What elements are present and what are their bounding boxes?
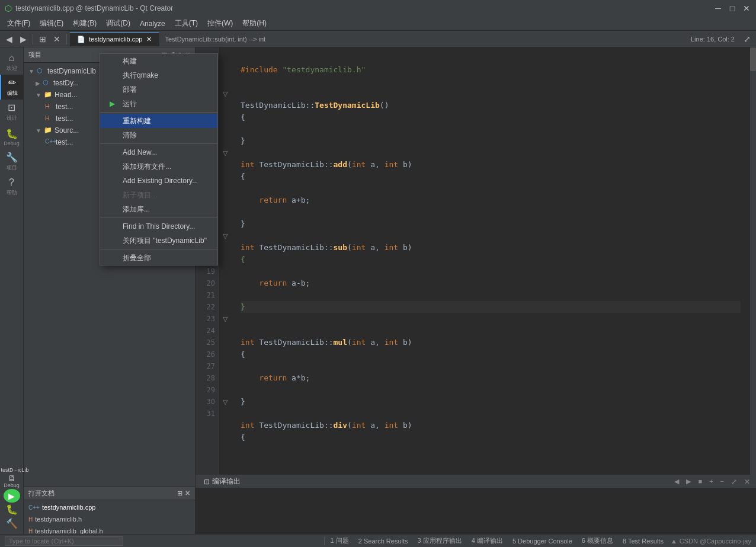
status-debugger-console[interactable]: 5 Debugger Console — [508, 535, 577, 547]
sidebar-item-edit[interactable]: ✏ 编辑 — [0, 75, 24, 100]
menu-build[interactable]: 构建(B) — [68, 17, 101, 30]
ctx-clean[interactable]: 清除 — [100, 128, 217, 142]
status-problems[interactable]: 1 问题 — [326, 535, 354, 547]
status-app-output[interactable]: 3 应用程序输出 — [413, 535, 467, 547]
menu-file[interactable]: 文件(F) — [2, 17, 35, 30]
prev-output-icon[interactable]: ▶ — [684, 478, 693, 486]
ctx-rebuild[interactable]: 重新构建 — [100, 114, 217, 128]
output-tab-build[interactable]: ⊡ 编译输出 — [199, 476, 245, 487]
run-button[interactable]: ▶ — [4, 489, 20, 503]
open-files-list: C++ testdynamiclib.cpp H testdynamiclib.… — [24, 500, 195, 534]
minus-output-icon[interactable]: − — [718, 478, 726, 486]
sidebar-icons: ⌂ 欢迎 ✏ 编辑 ⊡ 设计 🐛 Debug 🔧 项目 ? 帮助 — [0, 47, 24, 534]
tree-label: test... — [56, 103, 73, 111]
close-tab-icon[interactable]: ✕ — [146, 36, 152, 43]
fold-btn[interactable]: ▽ — [219, 230, 231, 242]
code-line-5: { — [241, 113, 245, 121]
ctx-collapse-all[interactable]: 折叠全部 — [100, 251, 217, 265]
minimize-button[interactable]: ─ — [713, 4, 723, 13]
stop-build-icon[interactable]: ■ — [696, 478, 704, 486]
add-output-icon[interactable]: + — [707, 478, 715, 486]
close-button[interactable]: ✕ — [742, 4, 751, 13]
sidebar-item-project[interactable]: 🔧 项目 — [0, 149, 24, 174]
fold-btn[interactable]: ▽ — [219, 88, 231, 100]
ctx-add-existing[interactable]: 添加现有文件... — [100, 159, 217, 174]
line-num: 22 — [199, 301, 215, 313]
output-content — [196, 488, 756, 534]
test-results-arrow[interactable]: ▲ — [668, 538, 680, 545]
sidebar-item-welcome[interactable]: ⌂ 欢迎 — [0, 50, 24, 75]
split-view-icon[interactable]: ⊞ — [177, 490, 182, 497]
line-num: 25 — [199, 337, 215, 348]
editor-tab-cpp[interactable]: 📄 testdynamiclib.cpp ✕ — [70, 32, 159, 46]
cpp-icon: C++ — [28, 504, 40, 511]
open-file-h1[interactable]: H testdynamiclib.h — [24, 513, 195, 525]
expand-arrow: ▶ — [36, 80, 40, 87]
ctx-build[interactable]: 构建 — [100, 54, 217, 68]
ctx-qmake[interactable]: 执行qmake — [100, 68, 217, 82]
hammer-button[interactable]: 🔨 — [4, 517, 20, 530]
fold-btn[interactable]: ▽ — [219, 396, 231, 408]
ctx-deploy[interactable]: 部署 — [100, 82, 217, 97]
expand-editor-button[interactable]: ⤢ — [741, 33, 754, 46]
vertical-scrollbar[interactable] — [750, 47, 756, 475]
code-line-19: return a-b; — [241, 279, 310, 287]
editor-area: 1 2 3 4 5 6 7 8 9 10 11 12 13 14 15 16 1… — [196, 47, 756, 534]
fold-btn[interactable]: ▽ — [219, 147, 231, 159]
output-panel: ⊡ 编译输出 ◀ ▶ ■ + − ⤢ ✕ — [196, 475, 756, 534]
open-file-name: testdynamiclib.h — [35, 516, 82, 523]
menu-tools[interactable]: 工具(T) — [170, 17, 203, 30]
debug-run-button[interactable]: 🐛 — [4, 503, 20, 516]
ctx-add-dir[interactable]: Add Existing Directory... — [100, 174, 217, 188]
ctx-close-project[interactable]: 关闭项目 "testDynamicLib" — [100, 233, 217, 248]
close-output-icon[interactable]: ✕ — [742, 478, 752, 486]
menu-analyze[interactable]: Analyze — [135, 18, 170, 29]
project-label: 项目 — [28, 50, 41, 59]
menu-help[interactable]: 帮助(H) — [238, 17, 271, 30]
sidebar-item-debug[interactable]: 🐛 Debug — [0, 124, 24, 149]
scrollbar-thumb[interactable] — [750, 47, 756, 71]
code-line-14: } — [241, 219, 245, 228]
menu-controls[interactable]: 控件(W) — [203, 17, 238, 30]
ctx-add-new[interactable]: Add New... — [100, 145, 217, 159]
run-target-label[interactable]: testD···icLib 🖥 Debug — [1, 466, 23, 489]
split-button[interactable]: ⊞ — [36, 33, 49, 46]
output-tab-buttons: ◀ ▶ ■ + − ⤢ ✕ — [672, 478, 752, 486]
editor-content: 1 2 3 4 5 6 7 8 9 10 11 12 13 14 15 16 1… — [196, 47, 756, 475]
code-editor[interactable]: #include "testdynamiclib.h" TestDynamicL… — [231, 47, 750, 475]
status-search-results[interactable]: 2 Search Results — [354, 535, 413, 547]
code-line-17: { — [241, 255, 245, 264]
open-file-cpp[interactable]: C++ testdynamiclib.cpp — [24, 501, 195, 513]
ctx-find-dir[interactable]: Find in This Directory... — [100, 219, 217, 233]
ctx-separator-1 — [100, 112, 217, 113]
fold-btn[interactable]: ▽ — [219, 313, 231, 325]
cpp-file-icon: C++ — [45, 138, 53, 146]
open-file-name: testdynamiclib.cpp — [42, 504, 96, 511]
maximize-button[interactable]: □ — [728, 4, 737, 13]
status-build-output[interactable]: 4 编译输出 — [467, 535, 508, 547]
status-right: CSDN @Cappuccino-jay — [680, 538, 751, 545]
ctx-run[interactable]: ▶ 运行 — [100, 97, 217, 111]
forward-button[interactable]: ▶ — [17, 33, 30, 46]
menu-debug[interactable]: 调试(D) — [101, 17, 135, 30]
status-test-results[interactable]: 8 Test Results — [618, 535, 668, 547]
close-split-button[interactable]: ✕ — [50, 33, 63, 46]
sidebar-item-design[interactable]: ⊡ 设计 — [0, 100, 24, 124]
breadcrumb: TestDynamicLib::sub(int, int) --> int — [161, 31, 685, 47]
locate-input[interactable] — [5, 536, 123, 546]
sidebar-item-help[interactable]: ? 帮助 — [0, 174, 24, 199]
expand-output-icon[interactable]: ⤢ — [729, 478, 739, 486]
tree-label: testDy... — [53, 79, 79, 87]
filter-output-icon[interactable]: ⊡ — [204, 478, 210, 486]
stop-output-icon[interactable]: ◀ — [672, 478, 681, 486]
status-bar: 1 问题 2 Search Results 3 应用程序输出 4 编译输出 5 … — [0, 534, 756, 547]
ctx-add-library[interactable]: 添加库... — [100, 202, 217, 216]
open-file-h2[interactable]: H testdynamiclib_global.h — [24, 525, 195, 534]
close-all-icon[interactable]: ✕ — [185, 490, 190, 497]
code-line-12: return a+b; — [241, 196, 310, 204]
status-summary[interactable]: 6 概要信息 — [577, 535, 618, 547]
back-button[interactable]: ◀ — [2, 33, 15, 46]
menu-edit[interactable]: 编辑(E) — [35, 17, 68, 30]
code-line-31: { — [241, 433, 245, 442]
code-line-24: { — [241, 350, 245, 359]
